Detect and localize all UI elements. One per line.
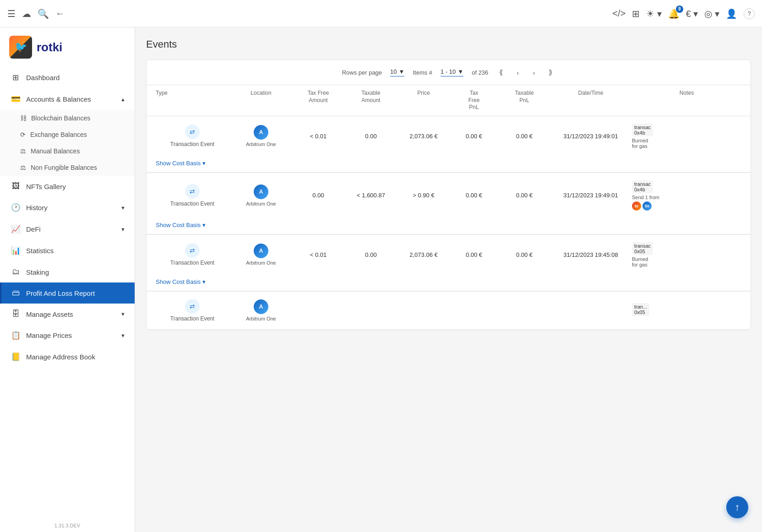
rows-per-page-select[interactable]: 10 ▼ bbox=[390, 68, 404, 76]
brightness-icon[interactable]: ☀ ▾ bbox=[646, 8, 662, 19]
staking-icon: 🗂 bbox=[11, 267, 21, 277]
search-icon[interactable]: 🔍 bbox=[38, 8, 49, 19]
sub-item-label: Manual Balances bbox=[31, 147, 80, 155]
sidebar-item-staking[interactable]: 🗂 Staking bbox=[0, 261, 135, 282]
table-row: ⇄ Transaction Event A Arbitrum One tran.… bbox=[147, 292, 751, 330]
tax-free-pnl-cell: 0.00 € bbox=[449, 133, 499, 140]
last-page-button[interactable]: ⟫ bbox=[546, 66, 555, 78]
defi-icon: 📈 bbox=[11, 224, 21, 234]
profit-loss-icon: 🗃 bbox=[11, 288, 21, 298]
swap-icon: ⇄ bbox=[185, 125, 200, 139]
main-layout: 🐦 rotki ⊞ Dashboard 💳 Accounts & Balance… bbox=[0, 27, 762, 532]
nfts-icon: 🖼 bbox=[11, 182, 21, 191]
event-row-data: ⇄ Transaction Event A Arbitrum One 0.00 … bbox=[147, 173, 751, 218]
table-row: ⇄ Transaction Event A Arbitrum One < 0.0… bbox=[147, 235, 751, 292]
datetime-cell: 31/12/2023 19:49:01 bbox=[550, 192, 632, 199]
sub-item-label: Non Fungible Balances bbox=[31, 164, 97, 171]
prev-page-button[interactable]: ‹ bbox=[514, 67, 522, 78]
notes-hash: transac0x4b bbox=[632, 124, 653, 136]
help-icon[interactable]: ? bbox=[744, 8, 755, 19]
sidebar-item-label: NFTs Gallery bbox=[26, 183, 66, 190]
menu-icon[interactable]: ☰ bbox=[7, 8, 16, 19]
items-range-select[interactable]: 1 - 10 ▼ bbox=[441, 68, 463, 76]
sidebar-item-manage-address-book[interactable]: 📒 Manage Address Book bbox=[0, 346, 135, 368]
sidebar-item-manage-assets[interactable]: 🗄 Manage Assets ▼ bbox=[0, 304, 135, 325]
cost-basis-chevron: ▾ bbox=[202, 160, 206, 167]
th-taxable-amount: TaxableAmount bbox=[343, 90, 398, 111]
event-row-data: ⇄ Transaction Event A Arbitrum One < 0.0… bbox=[147, 235, 751, 275]
sidebar-item-history[interactable]: 🕐 History ▼ bbox=[0, 197, 135, 218]
chevron-down-icon: ▼ bbox=[120, 205, 125, 211]
currency-icon[interactable]: € ▾ bbox=[686, 8, 698, 19]
taxable-pnl-cell: 0.00 € bbox=[499, 192, 550, 199]
page-title: Events bbox=[146, 38, 751, 50]
eye-icon[interactable]: ◎ ▾ bbox=[704, 8, 719, 19]
location-cell: A Arbitrum One bbox=[229, 125, 293, 147]
topbar-left: ☰ ☁ 🔍 ← bbox=[7, 8, 65, 19]
user-icon[interactable]: 👤 bbox=[726, 8, 737, 19]
of-total-label: of 236 bbox=[472, 69, 488, 76]
notification-bell[interactable]: 🔔 9 bbox=[668, 8, 680, 19]
cost-basis-chevron: ▾ bbox=[202, 222, 206, 228]
notes-text: Burnedfor gas bbox=[632, 138, 687, 149]
notes-cell: transac0x4b Send 1 from te 0x bbox=[632, 180, 687, 211]
table-row: ⇄ Transaction Event A Arbitrum One 0.00 … bbox=[147, 173, 751, 235]
topbar: ☰ ☁ 🔍 ← </> ⊞ ☀ ▾ 🔔 9 € ▾ ◎ ▾ 👤 ? bbox=[0, 0, 762, 27]
notes-text: Burnedfor gas bbox=[632, 256, 687, 267]
sidebar-item-label: Dashboard bbox=[26, 74, 60, 81]
sidebar-item-defi[interactable]: 📈 DeFi ▼ bbox=[0, 218, 135, 240]
sidebar-item-dashboard[interactable]: ⊞ Dashboard bbox=[0, 67, 135, 88]
cloud-icon[interactable]: ☁ bbox=[22, 8, 31, 19]
location-label: Arbitrum One bbox=[246, 316, 276, 321]
first-page-button[interactable]: ⟪ bbox=[496, 66, 506, 78]
notification-badge: 9 bbox=[676, 5, 683, 13]
event-type-label: Transaction Event bbox=[170, 315, 214, 322]
sidebar-item-manual-balances[interactable]: ⚖ Manual Balances bbox=[0, 143, 135, 159]
price-cell: 2,073.06 € bbox=[398, 133, 449, 140]
show-cost-basis-button[interactable]: Show Cost Basis ▾ bbox=[156, 278, 206, 285]
sidebar-item-profit-loss[interactable]: 🗃 Profit And Loss Report bbox=[0, 282, 135, 304]
event-row-data: ⇄ Transaction Event A Arbitrum One tran.… bbox=[147, 292, 751, 329]
notes-cell: transac0x05 Burnedfor gas bbox=[632, 242, 687, 267]
tax-free-amount-cell: 0.00 bbox=[293, 192, 343, 199]
sidebar-item-exchange-balances[interactable]: ⟳ Exchange Balances bbox=[0, 126, 135, 143]
show-cost-basis-button[interactable]: Show Cost Basis ▾ bbox=[156, 160, 206, 167]
table-header: Type Location Tax FreeAmount TaxableAmou… bbox=[147, 85, 751, 116]
swap-icon: ⇄ bbox=[185, 299, 200, 314]
manual-icon: ⚖ bbox=[20, 147, 26, 155]
next-page-button[interactable]: › bbox=[530, 67, 538, 78]
taxable-amount-cell: < 1,600.87 bbox=[343, 192, 398, 199]
show-cost-basis-label: Show Cost Basis bbox=[156, 278, 201, 285]
sidebar: 🐦 rotki ⊞ Dashboard 💳 Accounts & Balance… bbox=[0, 27, 135, 532]
code-icon[interactable]: </> bbox=[612, 8, 626, 19]
th-type: Type bbox=[156, 90, 229, 111]
scroll-to-top-fab[interactable]: ↑ bbox=[726, 496, 748, 518]
sidebar-item-nfts[interactable]: 🖼 NFTs Gallery bbox=[0, 176, 135, 197]
topbar-right: </> ⊞ ☀ ▾ 🔔 9 € ▾ ◎ ▾ 👤 ? bbox=[612, 8, 755, 19]
th-tax-free-amount: Tax FreeAmount bbox=[293, 90, 343, 111]
event-type-cell: ⇄ Transaction Event bbox=[156, 184, 229, 207]
sidebar-item-non-fungible-balances[interactable]: ⚖ Non Fungible Balances bbox=[0, 159, 135, 176]
history-icon: 🕐 bbox=[11, 203, 21, 212]
main-content: Events Rows per page 10 ▼ Items # 1 - 10… bbox=[135, 27, 762, 532]
tax-free-pnl-cell: 0.00 € bbox=[449, 192, 499, 199]
sidebar-item-label: Manage Prices bbox=[26, 331, 72, 339]
price-cell: > 0.90 € bbox=[398, 192, 449, 199]
th-notes: Notes bbox=[632, 90, 741, 111]
show-cost-basis-button[interactable]: Show Cost Basis ▾ bbox=[156, 222, 206, 228]
rows-chevron: ▼ bbox=[399, 68, 405, 75]
split-icon[interactable]: ⊞ bbox=[632, 8, 640, 19]
fab-icon: ↑ bbox=[735, 501, 740, 513]
avatar-b: 0x bbox=[642, 201, 652, 211]
notes-cell: tran...0x05 bbox=[632, 303, 687, 317]
location-cell: A Arbitrum One bbox=[229, 299, 293, 321]
sidebar-item-manage-prices[interactable]: 📋 Manage Prices ▼ bbox=[0, 325, 135, 346]
sidebar-item-accounts-balances[interactable]: 💳 Accounts & Balances ▲ bbox=[0, 88, 135, 110]
event-type-cell: ⇄ Transaction Event bbox=[156, 125, 229, 147]
sidebar-nav: ⊞ Dashboard 💳 Accounts & Balances ▲ ⛓ Bl… bbox=[0, 67, 135, 519]
events-card: Rows per page 10 ▼ Items # 1 - 10 ▼ of 2… bbox=[146, 60, 751, 330]
sidebar-item-statistics[interactable]: 📊 Statistics bbox=[0, 240, 135, 261]
sidebar-item-blockchain-balances[interactable]: ⛓ Blockchain Balances bbox=[0, 110, 135, 126]
back-icon[interactable]: ← bbox=[55, 8, 65, 19]
exchange-icon: ⟳ bbox=[20, 131, 26, 138]
